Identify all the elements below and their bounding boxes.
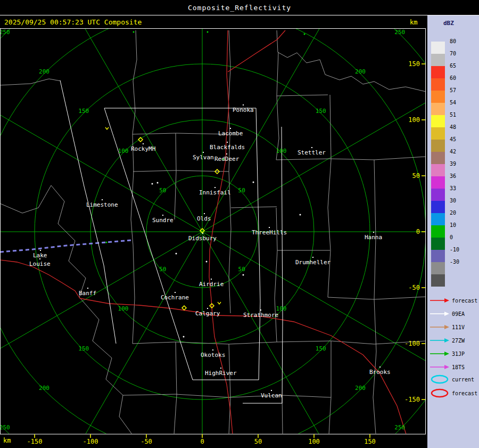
- colorbar-swatch: [431, 152, 445, 164]
- colorbar-value-label: 36: [450, 173, 456, 179]
- city-marker: [230, 128, 231, 129]
- echo-dot: [157, 182, 159, 184]
- colorbar-swatch: [431, 127, 445, 140]
- colorbar-value-label: 80: [450, 38, 456, 44]
- colorbar-swatch: [431, 103, 445, 115]
- wind-chevron: [218, 302, 221, 304]
- axis-label-right: -100: [404, 340, 420, 347]
- city-marker: [271, 390, 272, 391]
- city-label: Stettler: [298, 149, 326, 156]
- city-marker: [227, 142, 228, 143]
- axis-label-right: -150: [404, 396, 420, 403]
- city-label: Okotoks: [201, 352, 225, 359]
- legend-arrow-label: 111V: [452, 324, 465, 330]
- legend-ellipse-row: forecast: [430, 387, 477, 399]
- boundary-line: [0, 185, 51, 213]
- colorbar-value-label: 48: [450, 124, 456, 130]
- city-label: RockyMH: [131, 145, 155, 152]
- boundary-line: [231, 207, 277, 208]
- legend-arrow-icon: [430, 297, 451, 304]
- city-label: Sundre: [152, 217, 174, 224]
- city-marker: [204, 213, 205, 214]
- ring-distance-label: 100: [276, 148, 287, 154]
- echo-dot-green: [304, 34, 305, 35]
- colorbar-swatch: [431, 91, 445, 103]
- ring-distance-label: 100: [118, 148, 129, 154]
- legend-ellipse-icon: [430, 374, 451, 385]
- axis-label-bottom: -100: [83, 438, 98, 445]
- colorbar-value-label: 51: [450, 112, 456, 118]
- city-label: Strathmore: [243, 312, 278, 319]
- colorbar-value-label: 42: [450, 149, 456, 154]
- ring-distance-label: 50: [159, 187, 166, 194]
- axis-label-bottom: 50: [254, 438, 262, 445]
- city-marker: [311, 147, 312, 148]
- legend-arrow-row: 111V: [430, 321, 465, 333]
- echo-dot: [243, 274, 244, 276]
- legend-arrow-row: 18TS: [430, 361, 465, 373]
- ring-distance-label: 50: [238, 187, 245, 194]
- colorbar-value-label: 57: [450, 87, 456, 93]
- azimuth-spoke: [59, 0, 202, 232]
- city-marker: [102, 199, 103, 200]
- ring-distance-label: 200: [355, 68, 366, 75]
- colorbar-swatch: [431, 213, 445, 225]
- colorbar-swatch: [431, 164, 445, 176]
- boundary-line: [374, 160, 376, 299]
- echo-dot-green: [106, 242, 108, 243]
- legend-ellipse-row: current: [430, 373, 474, 385]
- azimuth-spoke: [0, 232, 202, 376]
- city-label: Lacombe: [218, 130, 243, 137]
- colorbar-value-label: 45: [450, 136, 456, 142]
- boundary-line: [133, 30, 137, 134]
- colorbar-value-label: 33: [450, 185, 456, 191]
- echo-dot-green: [133, 31, 135, 33]
- city-label: Sylvan: [193, 154, 214, 161]
- colorbar-value-label: 70: [450, 51, 456, 56]
- boundary-line: [277, 95, 328, 96]
- legend-arrow-row: 31JP: [430, 348, 465, 360]
- echo-dot: [152, 183, 153, 185]
- colorbar-value-label: 60: [450, 75, 456, 81]
- city-label: Blackfalds: [210, 144, 245, 151]
- axis-label-bottom: -150: [27, 438, 43, 445]
- ring-distance-label: 50: [238, 266, 245, 273]
- ring-distance-label: 150: [78, 108, 89, 115]
- echo-dot: [253, 182, 254, 183]
- legend-ellipse-label: current: [452, 377, 474, 382]
- city-label: Didsbury: [188, 235, 217, 242]
- ring-distance-label: 250: [0, 29, 10, 36]
- city-marker: [269, 227, 270, 228]
- boundary-line: [133, 170, 229, 172]
- radar-site-diamond: [182, 306, 186, 310]
- city-label: Banff: [79, 290, 96, 297]
- colorbar-title: dBZ: [443, 20, 454, 27]
- legend-arrow-icon: [430, 324, 451, 330]
- legend-arrow-row: 27ZW: [430, 335, 465, 346]
- highway-line: [228, 30, 285, 72]
- boundary-line: [277, 341, 426, 344]
- azimuth-spoke: [59, 232, 202, 448]
- boundary-line: [123, 394, 331, 397]
- boundary-line: [228, 30, 230, 134]
- colorbar-swatch: [431, 262, 445, 274]
- city-label: HighRiver: [205, 370, 237, 377]
- colorbar-swatch: [431, 140, 445, 152]
- city-label: Lake: [33, 252, 47, 259]
- city-marker: [379, 366, 381, 368]
- axis-label-right: 150: [408, 60, 420, 68]
- legend-arrow-icon: [430, 311, 451, 317]
- axis-label-bottom: 150: [364, 438, 376, 445]
- city-label: Airdrie: [199, 281, 224, 288]
- axis-label-bottom: 100: [308, 438, 320, 445]
- axis-label-right: 50: [412, 172, 420, 180]
- ring-distance-label: 250: [394, 424, 405, 431]
- ring-distance-label: 200: [39, 68, 49, 75]
- colorbar-value-label: 20: [450, 210, 456, 216]
- city-marker: [214, 187, 216, 188]
- colorbar-value-label: 54: [450, 100, 456, 105]
- boundary-line: [133, 133, 229, 134]
- colorbar-swatch: [431, 176, 445, 189]
- colorbar-swatch: [431, 115, 445, 127]
- sidebar: dBZ 807065605754514845423936333020100-10…: [427, 15, 479, 448]
